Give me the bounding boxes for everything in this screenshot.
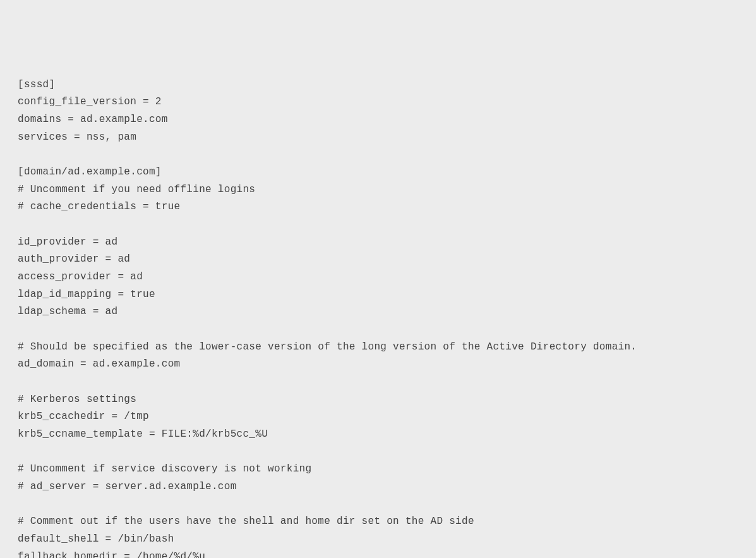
- config-code-block: [sssd]config_file_version = 2domains = a…: [18, 76, 738, 558]
- code-line: krb5_ccachedir = /tmp: [18, 408, 738, 426]
- code-line: # Kerberos settings: [18, 391, 738, 409]
- code-line: [18, 216, 738, 234]
- code-line: [18, 444, 738, 461]
- code-line: ldap_schema = ad: [18, 303, 738, 321]
- code-line: [18, 496, 738, 514]
- code-line: [18, 373, 738, 391]
- code-line: default_shell = /bin/bash: [18, 531, 738, 549]
- code-line: # Uncomment if service discovery is not …: [18, 461, 738, 478]
- code-line: # cache_credentials = true: [18, 198, 738, 216]
- code-line: # Should be specified as the lower-case …: [18, 339, 738, 356]
- code-line: # Comment out if the users have the shel…: [18, 513, 738, 531]
- code-line: id_provider = ad: [18, 234, 738, 252]
- code-line: krb5_ccname_template = FILE:%d/krb5cc_%U: [18, 426, 738, 444]
- code-line: [18, 321, 738, 339]
- code-line: access_provider = ad: [18, 269, 738, 286]
- code-line: fallback_homedir = /home/%d/%u: [18, 549, 738, 558]
- code-line: auth_provider = ad: [18, 251, 738, 269]
- code-line: # Uncomment if you need offline logins: [18, 181, 738, 199]
- code-line: config_file_version = 2: [18, 94, 738, 111]
- code-line: # ad_server = server.ad.example.com: [18, 478, 738, 496]
- code-line: [sssd]: [18, 76, 738, 94]
- code-line: domains = ad.example.com: [18, 111, 738, 129]
- code-line: ldap_id_mapping = true: [18, 286, 738, 304]
- code-line: [domain/ad.example.com]: [18, 164, 738, 181]
- code-line: services = nss, pam: [18, 129, 738, 147]
- code-line: [18, 146, 738, 164]
- code-line: ad_domain = ad.example.com: [18, 356, 738, 373]
